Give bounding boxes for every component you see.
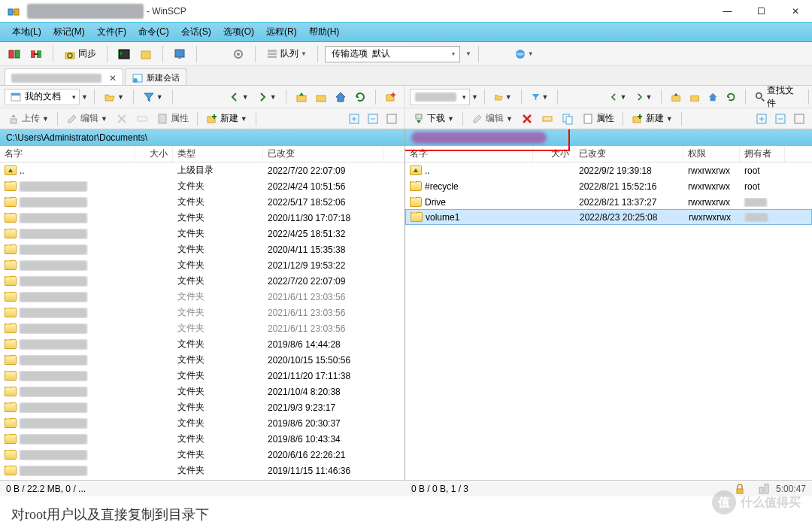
root-dir-icon[interactable]: [312, 89, 330, 105]
list-row[interactable]: 文件夹2021/11/20 17:11:38: [0, 368, 404, 384]
queue-button[interactable]: 队列 ▼: [262, 46, 311, 62]
local-new-button[interactable]: 新建▼: [203, 111, 250, 127]
col-changed[interactable]: 已改变: [263, 146, 383, 162]
remote-root-icon[interactable]: [686, 89, 703, 105]
menu-options[interactable]: 选项(O): [219, 24, 259, 40]
minimize-button[interactable]: —: [710, 0, 744, 23]
local-props-button[interactable]: 属性: [153, 111, 192, 127]
list-row[interactable]: 文件夹2021/6/11 23:03:56: [0, 289, 404, 305]
menu-session[interactable]: 会话(S): [177, 24, 216, 40]
home-icon[interactable]: [332, 89, 350, 105]
list-row[interactable]: 文件夹2019/11/15 11:46:36: [0, 463, 404, 478]
new-session-tab[interactable]: 新建会话: [125, 68, 186, 85]
close-button[interactable]: ✕: [778, 0, 812, 23]
preferences-icon[interactable]: [229, 46, 248, 62]
list-row[interactable]: 文件夹2021/9/3 9:23:17: [0, 399, 404, 415]
sync-browse-icon[interactable]: [26, 46, 46, 62]
remote-expand-icon[interactable]: [753, 111, 770, 127]
list-row[interactable]: #recycle2022/8/21 15:52:16rwxrwxrwxroot: [405, 178, 812, 194]
local-delete-icon[interactable]: [113, 111, 131, 127]
filter-icon[interactable]: ▼: [140, 89, 166, 105]
remote-copy-icon[interactable]: [559, 111, 577, 127]
putty-icon[interactable]: [170, 46, 189, 62]
remote-forward-icon[interactable]: ▼: [632, 89, 656, 105]
list-row[interactable]: Drive2022/8/21 13:37:27rwxrwxrwx: [405, 194, 812, 210]
menu-commands[interactable]: 命令(C): [134, 24, 174, 40]
list-row[interactable]: ..上级目录2022/7/20 22:07:09: [0, 162, 404, 178]
list-row[interactable]: 文件夹2022/7/20 22:07:09: [0, 273, 404, 289]
list-row[interactable]: 文件夹2022/5/17 18:52:06: [0, 194, 404, 210]
collapse-all-icon[interactable]: [365, 111, 381, 127]
expand-all-icon[interactable]: [346, 111, 362, 127]
remote-filter-icon[interactable]: ▼: [528, 89, 552, 105]
compare-dirs-icon[interactable]: [5, 46, 24, 62]
disconnect-icon[interactable]: ▼: [511, 46, 538, 62]
remote-open-icon[interactable]: ▼: [491, 89, 515, 105]
remote-edit-button[interactable]: 编辑▼: [468, 111, 516, 127]
list-row[interactable]: 文件夹2019/8/6 20:30:37: [0, 415, 404, 431]
list-row[interactable]: volume12022/8/23 20:25:08rwxrwxrwx: [405, 209, 812, 225]
remote-refresh-icon[interactable]: [723, 89, 739, 105]
list-row[interactable]: 文件夹2020/4/11 15:35:38: [0, 241, 404, 257]
remote-file-list[interactable]: ..2022/9/2 19:39:18rwxrwxrwxroot#recycle…: [405, 162, 812, 480]
col-name-r[interactable]: 名字: [405, 146, 533, 162]
local-edit-button[interactable]: 编辑▼: [63, 111, 111, 127]
local-rename-icon[interactable]: [133, 111, 151, 127]
explorer-icon[interactable]: [136, 46, 156, 62]
menu-remote[interactable]: 远程(R): [262, 24, 301, 40]
col-changed-r[interactable]: 已改变: [574, 146, 683, 162]
open-folder-icon[interactable]: ▼: [101, 89, 127, 105]
synchronize-button[interactable]: 同步: [60, 46, 100, 62]
col-size-r[interactable]: 大小: [533, 146, 574, 162]
remote-rename-icon[interactable]: [538, 111, 556, 127]
remote-home-icon[interactable]: [704, 89, 721, 105]
menu-local[interactable]: 本地(L): [8, 24, 46, 40]
local-drive-selector[interactable]: 我的文档 ▾: [5, 89, 80, 105]
menu-mark[interactable]: 标记(M): [49, 24, 89, 40]
remote-back-icon[interactable]: ▼: [606, 89, 630, 105]
col-owner-r[interactable]: 拥有者: [740, 146, 785, 162]
list-row[interactable]: 文件夹2022/4/24 10:51:56: [0, 178, 404, 194]
list-row[interactable]: 文件夹2020/10/15 15:50:56: [0, 352, 404, 368]
local-path-bar[interactable]: C:\Users\Administrator\Documents\: [0, 129, 404, 146]
remote-collapse-icon[interactable]: [772, 111, 789, 127]
console-icon[interactable]: [114, 46, 134, 62]
list-row[interactable]: 文件夹2021/6/11 23:03:56: [0, 320, 404, 336]
remote-delete-icon[interactable]: [518, 111, 536, 127]
list-row[interactable]: 文件夹2022/4/25 18:51:32: [0, 226, 404, 241]
col-type[interactable]: 类型: [173, 146, 263, 162]
remote-parent-icon[interactable]: [668, 89, 684, 105]
remote-new-button[interactable]: 新建▼: [629, 111, 676, 127]
download-button[interactable]: 下载▼: [410, 111, 457, 127]
parent-dir-icon[interactable]: [292, 89, 311, 105]
list-row[interactable]: ..2022/9/2 19:39:18rwxrwxrwxroot: [405, 162, 812, 178]
maximize-button[interactable]: ☐: [744, 0, 778, 23]
col-size[interactable]: 大小: [135, 146, 173, 162]
transfer-dropdown-caret[interactable]: ▼: [465, 50, 471, 57]
list-row[interactable]: 文件夹2021/10/4 8:20:38: [0, 384, 404, 399]
list-row[interactable]: 文件夹2019/8/6 14:44:28: [0, 336, 404, 352]
refresh-icon[interactable]: [351, 89, 369, 105]
session-tab-active[interactable]: ✕: [5, 68, 123, 85]
remote-drive-selector[interactable]: ▾: [410, 89, 470, 105]
forward-icon[interactable]: ▼: [253, 89, 280, 105]
back-icon[interactable]: ▼: [226, 89, 252, 105]
bookmark-add-icon[interactable]: [382, 89, 400, 105]
transfer-settings-dropdown[interactable]: 传输选项 默认 ▾: [325, 46, 460, 62]
col-perm-r[interactable]: 权限: [683, 146, 740, 162]
local-file-list[interactable]: ..上级目录2022/7/20 22:07:09文件夹2022/4/24 10:…: [0, 162, 404, 480]
col-name[interactable]: 名字: [0, 146, 135, 162]
remote-path-bar[interactable]: [405, 129, 812, 146]
drive-history-caret[interactable]: ▼: [81, 93, 88, 101]
list-row[interactable]: 文件夹2020/6/16 22:26:21: [0, 447, 404, 463]
list-row[interactable]: 文件夹2019/8/6 10:43:34: [0, 431, 404, 447]
menu-help[interactable]: 帮助(H): [304, 24, 344, 40]
close-tab-icon[interactable]: ✕: [109, 73, 117, 83]
menu-files[interactable]: 文件(F): [92, 24, 131, 40]
find-files-button[interactable]: 查找文件: [752, 89, 802, 105]
remote-toggle-tree-icon[interactable]: [791, 111, 807, 127]
list-row[interactable]: 文件夹2020/11/30 17:07:18: [0, 210, 404, 226]
remote-history-caret[interactable]: ▼: [471, 93, 478, 101]
upload-button[interactable]: 上传▼: [5, 111, 52, 127]
remote-props-button[interactable]: 属性: [579, 111, 617, 127]
